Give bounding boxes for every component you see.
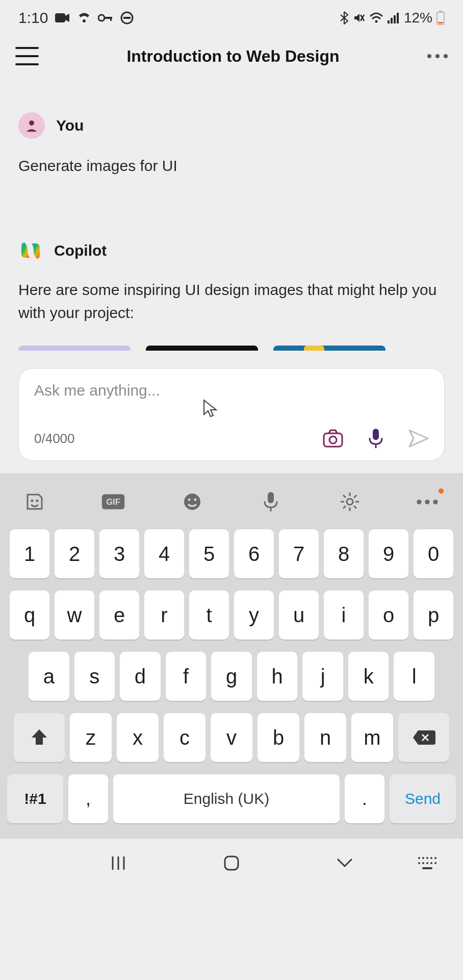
send-icon[interactable] <box>408 429 429 448</box>
svg-rect-6 <box>123 17 131 19</box>
svg-line-37 <box>354 506 356 508</box>
svg-point-52 <box>422 862 424 864</box>
key-6[interactable]: 6 <box>234 529 274 578</box>
svg-rect-18 <box>324 433 342 447</box>
keyboard-row-qwerty: qwertyuiop <box>7 591 456 640</box>
shift-key[interactable] <box>14 713 65 762</box>
key-4[interactable]: 4 <box>144 529 184 578</box>
voice-input-icon[interactable] <box>259 489 283 514</box>
key-q[interactable]: q <box>10 591 49 640</box>
microphone-icon[interactable] <box>368 428 384 449</box>
svg-point-55 <box>434 862 436 864</box>
key-g[interactable]: g <box>211 652 252 701</box>
svg-point-54 <box>430 862 432 864</box>
svg-point-17 <box>29 120 34 126</box>
key-y[interactable]: y <box>234 591 274 640</box>
more-options-button[interactable] <box>427 54 448 58</box>
svg-line-36 <box>343 495 346 498</box>
vpn-key-icon <box>98 14 113 22</box>
image-thumbnails-row <box>18 346 445 351</box>
bluetooth-icon <box>340 11 349 24</box>
svg-rect-0 <box>55 13 65 22</box>
backspace-key[interactable] <box>398 713 449 762</box>
key-0[interactable]: 0 <box>414 529 453 578</box>
send-key[interactable]: Send <box>390 774 456 823</box>
wifi-icon <box>369 12 383 23</box>
key-1[interactable]: 1 <box>10 529 49 578</box>
image-thumbnail[interactable] <box>146 346 258 351</box>
keyboard-more-icon[interactable]: ••• <box>416 489 441 514</box>
svg-point-48 <box>426 857 428 859</box>
period-key[interactable]: . <box>345 774 384 823</box>
comma-key[interactable]: , <box>68 774 108 823</box>
key-b[interactable]: b <box>258 713 299 762</box>
svg-line-38 <box>354 495 356 498</box>
svg-point-2 <box>98 15 105 21</box>
soft-keyboard: GIF ••• 1234567890 qwertyuiop asdfghjkl … <box>0 473 463 839</box>
key-d[interactable]: d <box>120 652 161 701</box>
key-2[interactable]: 2 <box>55 529 94 578</box>
user-sender-label: You <box>56 117 84 134</box>
svg-point-50 <box>434 857 436 859</box>
key-x[interactable]: x <box>117 713 159 762</box>
svg-rect-56 <box>422 867 432 869</box>
symbols-key[interactable]: !#1 <box>7 774 63 823</box>
key-w[interactable]: w <box>55 591 94 640</box>
svg-rect-20 <box>373 429 379 440</box>
image-thumbnail[interactable] <box>18 346 131 351</box>
key-h[interactable]: h <box>257 652 298 701</box>
char-counter: 0/4000 <box>34 431 75 447</box>
keyboard-row-bottom: !#1 , English (UK) . Send <box>7 774 456 823</box>
menu-button[interactable] <box>15 47 39 65</box>
key-l[interactable]: l <box>394 652 434 701</box>
key-p[interactable]: p <box>414 591 453 640</box>
key-i[interactable]: i <box>324 591 364 640</box>
key-z[interactable]: z <box>70 713 112 762</box>
key-o[interactable]: o <box>369 591 408 640</box>
sticker-icon[interactable] <box>22 489 47 514</box>
home-button[interactable] <box>216 853 247 873</box>
svg-point-9 <box>375 20 377 23</box>
svg-point-46 <box>418 857 420 859</box>
key-9[interactable]: 9 <box>369 529 408 578</box>
key-a[interactable]: a <box>29 652 69 701</box>
camera-icon[interactable] <box>323 429 343 448</box>
key-3[interactable]: 3 <box>99 529 139 578</box>
android-nav-bar <box>0 839 463 888</box>
key-t[interactable]: t <box>189 591 229 640</box>
key-e[interactable]: e <box>99 591 139 640</box>
key-k[interactable]: k <box>348 652 389 701</box>
key-s[interactable]: s <box>74 652 115 701</box>
key-m[interactable]: m <box>351 713 393 762</box>
keyboard-toolbar: GIF ••• <box>7 483 456 529</box>
svg-point-27 <box>188 499 190 501</box>
emoji-icon[interactable] <box>180 489 204 514</box>
key-5[interactable]: 5 <box>189 529 229 578</box>
key-c[interactable]: c <box>164 713 205 762</box>
key-r[interactable]: r <box>144 591 184 640</box>
key-u[interactable]: u <box>279 591 319 640</box>
space-key[interactable]: English (UK) <box>113 774 340 823</box>
key-f[interactable]: f <box>166 652 207 701</box>
svg-rect-29 <box>268 492 274 503</box>
keyboard-switch-button[interactable] <box>412 853 443 873</box>
recents-button[interactable] <box>103 853 134 873</box>
svg-point-26 <box>184 494 200 510</box>
key-j[interactable]: j <box>302 652 343 701</box>
user-avatar-icon <box>18 112 45 139</box>
assistant-sender-label: Copilot <box>54 242 107 259</box>
status-right: 12% <box>340 10 445 26</box>
status-time: 1:10 <box>18 9 48 27</box>
key-v[interactable]: v <box>211 713 252 762</box>
phone-icon <box>78 12 91 23</box>
image-thumbnail[interactable] <box>273 346 385 351</box>
mute-icon <box>353 12 365 24</box>
keyboard-settings-icon[interactable] <box>338 489 362 514</box>
key-8[interactable]: 8 <box>324 529 364 578</box>
svg-point-51 <box>418 862 420 864</box>
gif-icon[interactable]: GIF <box>101 489 125 514</box>
key-7[interactable]: 7 <box>279 529 319 578</box>
chat-input-box[interactable]: Ask me anything... 0/4000 <box>18 368 445 461</box>
back-button[interactable] <box>329 853 360 873</box>
key-n[interactable]: n <box>304 713 346 762</box>
